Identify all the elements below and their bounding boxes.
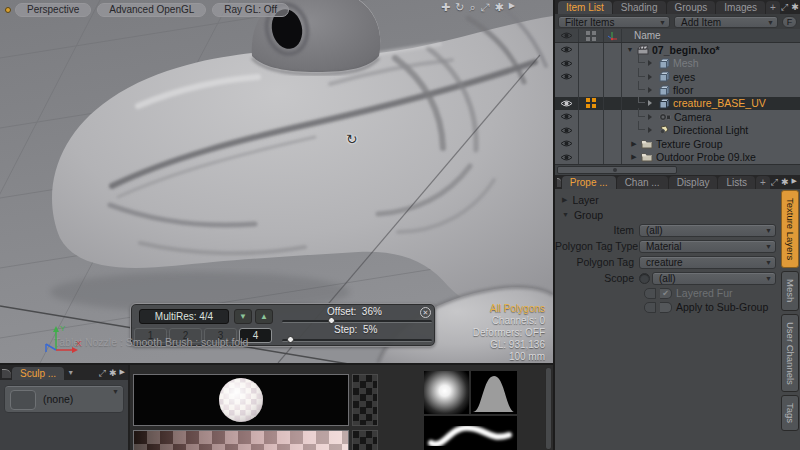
tab-images[interactable]: Images (716, 1, 765, 14)
brush-stroke-preview[interactable] (424, 416, 517, 450)
layered-fur-toggle[interactable] (644, 288, 656, 299)
offset-value: 36% (362, 306, 382, 317)
multires-display[interactable]: MultiRes: 4/4 (139, 309, 229, 324)
gear-icon[interactable]: ✱ (791, 2, 799, 13)
tab-display[interactable]: Display (669, 176, 718, 189)
alpha-checker-swatch[interactable] (352, 430, 378, 450)
offset-slider[interactable] (282, 320, 432, 323)
scope-radio[interactable] (639, 273, 650, 284)
item-row-directional-light[interactable]: Directional Light (555, 124, 800, 137)
gear-icon[interactable]: ✱ (494, 1, 503, 14)
render-column-icon[interactable] (586, 31, 596, 41)
maximize-icon[interactable]: ⤢ (99, 368, 106, 379)
magnifier-icon[interactable]: ⌕ (469, 1, 475, 14)
panel-drag-corner-icon[interactable] (2, 369, 11, 378)
multires-up-button[interactable]: ▲ (255, 309, 273, 324)
offset-slider-knob[interactable] (328, 317, 335, 324)
chevron-down-icon: ▼ (765, 241, 772, 252)
chevron-down-icon[interactable]: ▼ (67, 369, 74, 376)
tab-user-channels[interactable]: User Channels (781, 314, 799, 393)
filter-preset-button[interactable]: F (782, 16, 797, 28)
axes-column-icon[interactable] (607, 31, 618, 41)
maximize-icon[interactable]: ⤢ (781, 2, 788, 13)
eye-icon[interactable] (560, 59, 573, 68)
add-tab-button[interactable]: + (756, 176, 770, 189)
filter-items-dropdown[interactable]: Filter Items▼ (558, 16, 670, 28)
step-slider[interactable] (282, 339, 432, 342)
item-row-outdoor-probe[interactable]: ▶ Outdoor Probe 09.lxe (555, 151, 800, 164)
polygon-tag-dropdown[interactable]: creature▼ (639, 256, 776, 269)
gear-icon[interactable]: ✱ (781, 177, 789, 188)
gradient-preview-strip[interactable] (133, 430, 349, 450)
tab-groups[interactable]: Groups (667, 1, 716, 14)
gear-icon[interactable]: ✱ (109, 368, 117, 379)
tab-shading[interactable]: Shading (613, 1, 666, 14)
item-row-scene[interactable]: ▼ 07_begin.lxo* (555, 43, 800, 56)
panel-menu-icon[interactable]: ▶ (792, 177, 797, 188)
apply-subgroup-toggle-b[interactable] (660, 302, 672, 313)
item-row-camera[interactable]: Camera (555, 110, 800, 123)
tab-properties[interactable]: Prope ... (562, 176, 616, 189)
panel-menu-icon[interactable]: ▶ (120, 368, 125, 379)
add-tab-button[interactable]: + (766, 1, 780, 14)
properties-tabbar: Prope ... Chan ... Display Lists + ⤢ ✱ ▶ (555, 175, 800, 189)
tab-tags[interactable]: Tags (781, 395, 799, 431)
scope-dropdown[interactable]: (all)▼ (652, 272, 776, 285)
render-enabled-icon[interactable] (586, 98, 596, 108)
eye-column-icon[interactable] (560, 31, 573, 40)
tab-item-list[interactable]: Item List (558, 1, 612, 14)
brush-preset-swatch[interactable] (10, 390, 36, 410)
pan-icon[interactable]: ✚ (441, 1, 450, 14)
expand-collapse-icon[interactable]: ▶ (630, 140, 638, 148)
tab-mesh[interactable]: Mesh (781, 271, 799, 310)
item-dropdown[interactable]: (all)▼ (639, 224, 776, 237)
eye-icon[interactable] (560, 112, 573, 121)
item-list-horizontal-scrollbar[interactable] (555, 164, 800, 175)
brush-preset-field[interactable]: (none) ▼ (4, 385, 124, 413)
3d-viewport[interactable]: Perspective Advanced OpenGL Ray GL: Off … (0, 0, 553, 363)
item-label: floor (673, 84, 693, 96)
maximize-icon[interactable]: ⤢ (771, 177, 778, 188)
brush-falloff-preview[interactable] (471, 371, 517, 414)
maximize-icon[interactable]: ⤢ (481, 1, 490, 14)
expand-collapse-icon[interactable]: ▶ (630, 153, 638, 161)
render-style-tab[interactable]: Advanced OpenGL (97, 3, 206, 17)
viewport-menu-icon[interactable]: ▶ (509, 1, 515, 14)
polygon-tag-type-dropdown[interactable]: Material▼ (639, 240, 776, 253)
viewport-state-dot[interactable] (5, 7, 11, 13)
item-row-creature-selected[interactable]: creature_BASE_UV (555, 97, 800, 110)
ray-gl-tab[interactable]: Ray GL: Off (212, 3, 289, 17)
eye-icon[interactable] (560, 153, 573, 162)
section-layer[interactable]: ▶ Layer (555, 192, 800, 207)
item-row-floor[interactable]: floor (555, 83, 800, 96)
dock-scrollbar[interactable] (545, 367, 552, 450)
apply-subgroup-toggle[interactable] (644, 302, 656, 313)
collapsed-icon: ▶ (562, 196, 567, 204)
tab-texture-layers[interactable]: Texture Layers (781, 190, 799, 268)
hud-close-icon[interactable]: ✕ (420, 307, 431, 318)
tab-sculpt[interactable]: Sculp ... (12, 367, 64, 380)
section-group[interactable]: ▼ Group (555, 207, 800, 222)
eye-icon[interactable] (560, 72, 573, 81)
eye-icon[interactable] (560, 99, 573, 108)
expand-collapse-icon[interactable]: ▼ (626, 46, 634, 53)
eye-icon[interactable] (560, 139, 573, 148)
gl-count-text: GL: 931,136 (473, 339, 545, 351)
eye-icon[interactable] (560, 126, 573, 135)
step-slider-knob[interactable] (287, 336, 294, 343)
eye-icon[interactable] (560, 45, 573, 54)
orbit-icon[interactable]: ↻ (455, 1, 464, 14)
perspective-tab[interactable]: Perspective (15, 3, 91, 17)
alpha-checker-swatch[interactable] (352, 374, 378, 426)
check-icon[interactable]: ✔ (660, 288, 672, 299)
brush-tip-preview[interactable] (424, 371, 469, 414)
multires-down-button[interactable]: ▼ (234, 309, 252, 324)
environment-preview-strip[interactable] (133, 374, 349, 426)
item-row-mesh[interactable]: Mesh (555, 56, 800, 69)
item-row-eyes[interactable]: eyes (555, 70, 800, 83)
item-row-texture-group[interactable]: ▶ Texture Group (555, 137, 800, 150)
tab-channels[interactable]: Chan ... (617, 176, 668, 189)
add-item-dropdown[interactable]: Add Item▼ (674, 16, 778, 28)
tab-lists[interactable]: Lists (718, 176, 755, 189)
panel-drag-corner-icon[interactable] (557, 178, 561, 187)
